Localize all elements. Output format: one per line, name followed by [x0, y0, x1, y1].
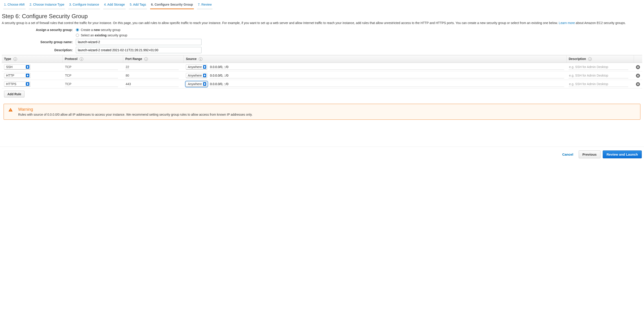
rule-description-input[interactable] [568, 73, 628, 78]
tab-add-storage[interactable]: 4. Add Storage [103, 1, 126, 9]
warning-title: Warning [18, 107, 252, 112]
type-select[interactable]: SSH [4, 65, 30, 70]
table-row: HTTPAnywhere [2, 71, 642, 80]
protocol-field [64, 73, 118, 78]
table-row: SSHAnywhere [2, 63, 642, 71]
security-group-name-input[interactable] [76, 39, 202, 45]
type-select[interactable]: HTTP [4, 73, 30, 78]
port-range-field [125, 64, 178, 70]
chevron-updown-icon [26, 65, 30, 69]
tab-configure-security-group[interactable]: 6. Configure Security Group [150, 1, 194, 9]
rule-description-input[interactable] [568, 81, 628, 87]
review-and-launch-button[interactable]: Review and Launch [603, 150, 642, 158]
col-description: Description i [566, 55, 634, 63]
table-row: HTTPSAnywhere [2, 80, 642, 89]
description-text: A security group is a set of firewall ru… [2, 21, 559, 25]
col-source: Source i [184, 55, 566, 63]
description-text-post: about Amazon EC2 security groups. [575, 21, 626, 25]
security-group-name-label: Security group name: [2, 40, 76, 44]
remove-rule-button[interactable] [636, 65, 640, 69]
source-select[interactable]: Anywhere [186, 73, 207, 78]
assign-security-group-label: Assign a security group: [2, 28, 76, 32]
wizard-tabs: 1. Choose AMI 2. Choose Instance Type 3.… [0, 1, 644, 9]
page-description: A security group is a set of firewall ru… [2, 21, 642, 25]
remove-rule-button[interactable] [636, 74, 640, 78]
rules-table: Type i Protocol i Port Range i Source i … [2, 55, 642, 89]
learn-more-link[interactable]: Learn more [559, 21, 575, 25]
chevron-updown-icon [203, 65, 206, 69]
type-select[interactable]: HTTPS [4, 82, 30, 87]
col-type: Type i [2, 55, 62, 63]
chevron-updown-icon [203, 82, 206, 86]
radio-create-new-label: Create a new security group [81, 28, 120, 32]
warning-text: Rules with source of 0.0.0.0/0 allow all… [18, 113, 252, 116]
radio-select-existing-label: Select an existing security group [81, 34, 127, 37]
col-port-range: Port Range i [123, 55, 184, 63]
chevron-updown-icon [26, 74, 30, 77]
source-select[interactable]: Anywhere [186, 82, 207, 87]
source-value-input[interactable] [210, 73, 564, 78]
remove-rule-button[interactable] [636, 82, 640, 86]
port-range-field [125, 81, 178, 87]
source-value-input[interactable] [210, 64, 564, 70]
rule-description-input[interactable] [568, 64, 628, 70]
warning-box: Warning Rules with source of 0.0.0.0/0 a… [4, 104, 640, 120]
tab-choose-ami[interactable]: 1. Choose AMI [3, 1, 26, 9]
info-icon[interactable]: i [588, 57, 592, 61]
tab-choose-instance-type[interactable]: 2. Choose Instance Type [29, 1, 65, 9]
info-icon[interactable]: i [144, 57, 148, 61]
warning-icon [8, 108, 13, 113]
protocol-field [64, 81, 118, 87]
source-select[interactable]: Anywhere [186, 65, 207, 70]
tab-review[interactable]: 7. Review [197, 1, 212, 9]
info-icon[interactable]: i [199, 57, 202, 61]
info-icon[interactable]: i [80, 57, 83, 61]
col-protocol: Protocol i [62, 55, 123, 63]
tab-add-tags[interactable]: 5. Add Tags [129, 1, 147, 9]
footer: Cancel Previous Review and Launch [0, 147, 644, 162]
add-rule-button[interactable]: Add Rule [4, 91, 24, 98]
previous-button[interactable]: Previous [579, 150, 600, 158]
port-range-field [125, 73, 178, 78]
protocol-field [64, 64, 118, 70]
tab-configure-instance[interactable]: 3. Configure Instance [68, 1, 100, 9]
cancel-button[interactable]: Cancel [559, 151, 576, 158]
radio-create-new[interactable] [76, 28, 79, 32]
description-label: Description: [2, 48, 76, 52]
description-input[interactable] [76, 47, 202, 53]
source-value-input[interactable] [210, 81, 564, 87]
chevron-updown-icon [26, 82, 30, 86]
page-title: Step 6: Configure Security Group [2, 13, 642, 20]
radio-select-existing[interactable] [76, 34, 79, 37]
info-icon[interactable]: i [14, 57, 17, 61]
chevron-updown-icon [203, 74, 206, 77]
